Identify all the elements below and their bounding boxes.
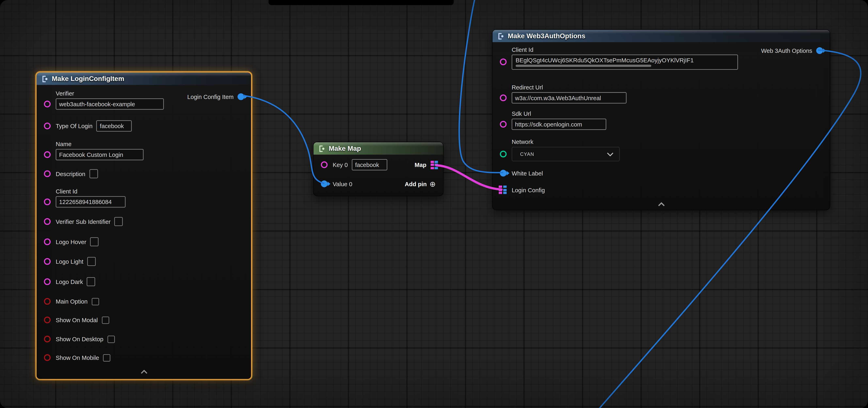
logo-dark-label: Logo Dark	[56, 278, 83, 285]
client-id-value: BEglQSgt4cUWcj6SKRdu5QkOXTsePmMcusG5EAoy…	[516, 57, 734, 64]
node-make-map[interactable]: Make Map Key 0 Map Value 0 Add pin ⊕	[313, 142, 444, 196]
logo-light-pin[interactable]	[44, 258, 51, 265]
chevron-up-icon	[140, 369, 148, 374]
show-on-mobile-label: Show On Mobile	[56, 354, 99, 361]
show-on-desktop-label: Show On Desktop	[56, 336, 103, 342]
verifier-pin[interactable]	[44, 100, 51, 107]
field-show-on-desktop: Show On Desktop	[37, 333, 251, 345]
node-title: Make Web3AuthOptions	[508, 32, 585, 40]
redirect-url-label: Redirect Url	[512, 84, 830, 91]
add-pin-button[interactable]: Add pin ⊕	[405, 180, 438, 188]
network-label: Network	[512, 138, 830, 145]
description-pin[interactable]	[44, 170, 51, 177]
client-id-label: Client Id	[512, 46, 830, 53]
field-network: Network CYAN	[493, 138, 830, 161]
logo-hover-pin[interactable]	[44, 238, 51, 245]
collapse-node-button[interactable]	[655, 201, 667, 207]
field-main-option: Main Option	[37, 296, 251, 307]
network-selected-value: CYAN	[520, 151, 534, 157]
field-logo-dark: Logo Dark	[37, 276, 251, 287]
main-option-pin[interactable]	[44, 298, 51, 304]
field-description: Description	[37, 168, 251, 179]
redirect-url-pin[interactable]	[500, 94, 506, 101]
client-id-input[interactable]	[56, 196, 125, 208]
wire-map-to-loginconfig[interactable]	[436, 165, 501, 190]
wire-loginconfigitem-to-value0[interactable]	[244, 96, 324, 183]
verifier-label: Verifier	[56, 90, 251, 97]
graph-canvas[interactable]: Make LoginConfigItem Login Config Item V…	[0, 0, 868, 408]
node-header-make-map[interactable]: Make Map	[313, 142, 443, 155]
client-id-label: Client Id	[56, 188, 251, 195]
row-value-0: Value 0 Add pin ⊕	[313, 178, 443, 190]
map-output-label: Map	[414, 161, 426, 168]
name-pin[interactable]	[44, 151, 51, 158]
make-map-icon	[318, 145, 326, 152]
node-make-loginconfigitem[interactable]: Make LoginConfigItem Login Config Item V…	[35, 71, 252, 380]
sdk-url-pin[interactable]	[500, 121, 506, 127]
make-struct-icon	[41, 75, 49, 82]
field-logo-light: Logo Light	[37, 256, 251, 267]
field-show-on-mobile: Show On Mobile	[37, 352, 251, 363]
redirect-url-input[interactable]	[512, 92, 626, 104]
field-client-id: Client Id BEglQSgt4cUWcj6SKRdu5QkOXTsePm…	[493, 46, 830, 70]
logo-dark-pin[interactable]	[44, 278, 51, 285]
key-0-input[interactable]	[352, 159, 387, 170]
client-id-pin[interactable]	[500, 59, 506, 65]
sdk-url-label: Sdk Url	[512, 110, 830, 117]
client-id-pin[interactable]	[44, 198, 51, 205]
verifier-sub-identifier-label: Verifier Sub Identifier	[56, 218, 111, 225]
show-on-mobile-pin[interactable]	[44, 354, 51, 361]
network-pin[interactable]	[500, 150, 506, 157]
row-key-0: Key 0 Map	[313, 159, 443, 170]
name-label: Name	[56, 141, 251, 147]
node-header-make-web3authoptions[interactable]: Make Web3AuthOptions	[493, 30, 830, 42]
logo-dark-input[interactable]	[87, 277, 95, 286]
type-of-login-input[interactable]	[96, 121, 132, 132]
verifier-input[interactable]	[56, 98, 164, 110]
chevron-up-icon	[657, 202, 665, 206]
chevron-down-icon	[607, 152, 614, 156]
show-on-desktop-pin[interactable]	[44, 335, 51, 342]
field-verifier-sub-identifier: Verifier Sub Identifier	[37, 216, 251, 227]
node-title: Make LoginConfigItem	[52, 75, 124, 83]
field-client-id: Client Id	[37, 188, 251, 207]
client-id-input[interactable]: BEglQSgt4cUWcj6SKRdu5QkOXTsePmMcusG5EAoy…	[512, 55, 738, 70]
description-label: Description	[56, 170, 85, 177]
add-pin-icon: ⊕	[430, 180, 436, 188]
node-title: Make Map	[329, 144, 361, 152]
key-0-label: Key 0	[333, 161, 348, 168]
field-redirect-url: Redirect Url	[493, 84, 830, 103]
main-option-checkbox[interactable]	[92, 298, 99, 305]
horizontal-scrollbar[interactable]	[516, 65, 651, 67]
logo-hover-label: Logo Hover	[56, 238, 86, 245]
value-0-label: Value 0	[333, 180, 352, 187]
show-on-desktop-checkbox[interactable]	[107, 335, 115, 343]
field-verifier: Verifier	[37, 90, 251, 110]
description-input[interactable]	[89, 169, 98, 178]
collapse-node-button[interactable]	[138, 369, 150, 374]
logo-light-label: Logo Light	[56, 258, 83, 265]
logo-hover-input[interactable]	[90, 237, 99, 246]
verifier-sub-identifier-input[interactable]	[115, 217, 123, 226]
node-header-make-loginconfigitem[interactable]: Make LoginConfigItem	[37, 72, 251, 85]
row-white-label: White Label	[493, 168, 830, 179]
add-pin-label: Add pin	[405, 180, 427, 187]
logo-light-input[interactable]	[87, 257, 96, 266]
field-name: Name	[37, 141, 251, 160]
show-on-modal-checkbox[interactable]	[102, 316, 109, 324]
field-type-of-login: Type Of Login	[37, 121, 251, 132]
show-on-mobile-checkbox[interactable]	[103, 354, 111, 361]
type-of-login-pin[interactable]	[44, 122, 51, 129]
node-make-web3authoptions[interactable]: Make Web3AuthOptions Web 3Auth Options C…	[492, 29, 830, 210]
name-input[interactable]	[56, 149, 144, 160]
show-on-modal-pin[interactable]	[44, 316, 51, 323]
make-struct-icon	[497, 32, 504, 40]
network-dropdown[interactable]: CYAN	[512, 147, 620, 161]
show-on-modal-label: Show On Modal	[56, 316, 98, 323]
white-label-label: White Label	[512, 170, 543, 176]
key-0-pin[interactable]	[321, 161, 328, 168]
main-option-label: Main Option	[56, 298, 88, 305]
type-of-login-label: Type Of Login	[56, 123, 93, 129]
sdk-url-input[interactable]	[512, 118, 606, 130]
verifier-sub-identifier-pin[interactable]	[44, 218, 51, 225]
